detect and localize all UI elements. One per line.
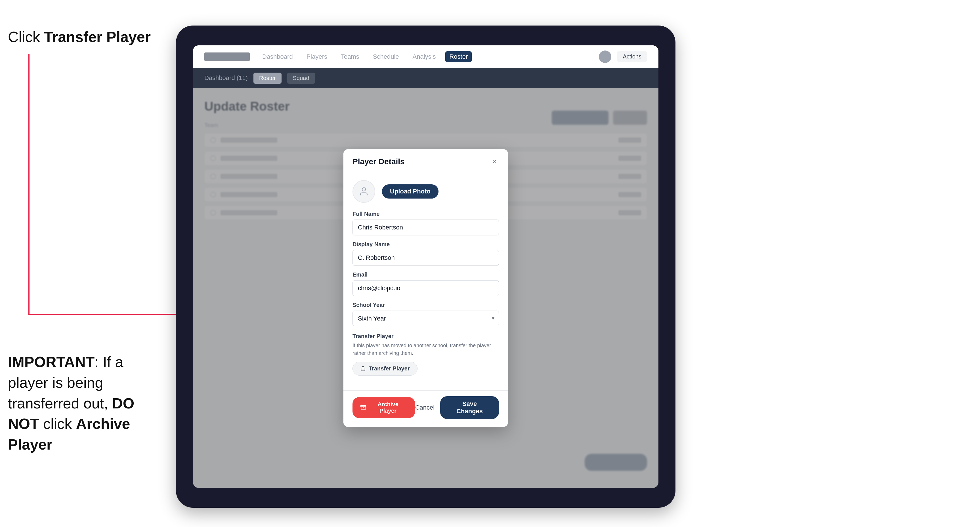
tablet-device: Dashboard Players Teams Schedule Analysi…	[176, 25, 676, 508]
svg-rect-2	[361, 405, 366, 406]
archive-player-button[interactable]: Archive Player	[353, 397, 415, 418]
full-name-group: Full Name	[353, 211, 499, 235]
instruction-top-bold: Transfer Player	[44, 29, 151, 45]
save-changes-button[interactable]: Save Changes	[440, 396, 499, 419]
instruction-rest2: click	[39, 416, 76, 432]
modal-footer: Archive Player Cancel Save Changes	[344, 390, 508, 427]
full-name-input[interactable]	[353, 219, 499, 235]
upload-photo-button[interactable]: Upload Photo	[382, 184, 439, 198]
footer-right: Cancel Save Changes	[415, 396, 499, 419]
modal-close-button[interactable]: ×	[490, 157, 499, 166]
email-group: Email	[353, 271, 499, 296]
tablet-screen: Dashboard Players Teams Schedule Analysi…	[193, 45, 659, 488]
content-area: Update Roster Team	[193, 88, 659, 488]
user-avatar	[599, 51, 611, 63]
user-avatar-icon	[359, 186, 369, 197]
school-year-group: School Year First Year Second Year Third…	[353, 302, 499, 326]
school-year-label: School Year	[353, 302, 499, 308]
archive-icon	[360, 405, 366, 410]
avatar-upload-row: Upload Photo	[353, 180, 499, 203]
full-name-label: Full Name	[353, 211, 499, 217]
email-input[interactable]	[353, 280, 499, 296]
tab-roster[interactable]: Roster	[253, 73, 282, 84]
instruction-important: IMPORTANT	[8, 354, 94, 370]
sub-header: Dashboard (11) Roster Squad	[193, 68, 659, 88]
instruction-bottom: IMPORTANT: If a player is being transfer…	[8, 352, 167, 455]
player-details-modal: Player Details ×	[344, 149, 508, 427]
transfer-player-button[interactable]: Transfer Player	[353, 362, 417, 376]
cancel-button[interactable]: Cancel	[415, 404, 434, 411]
tab-squad[interactable]: Squad	[287, 73, 315, 84]
school-year-select[interactable]: First Year Second Year Third Year Fourth…	[353, 311, 499, 326]
nav-item-dashboard[interactable]: Dashboard	[258, 51, 297, 62]
instruction-top-text: Click	[8, 29, 44, 45]
app-header: Dashboard Players Teams Schedule Analysi…	[193, 45, 659, 68]
nav-item-schedule[interactable]: Schedule	[369, 51, 403, 62]
nav-item-roster[interactable]: Roster	[445, 51, 472, 62]
header-action-button[interactable]: Actions	[617, 51, 647, 62]
transfer-section-title: Transfer Player	[353, 333, 499, 340]
transfer-description: If this player has moved to another scho…	[353, 342, 499, 357]
modal-header: Player Details ×	[344, 149, 508, 172]
breadcrumb: Dashboard (11)	[204, 74, 248, 82]
avatar-circle	[353, 180, 375, 203]
email-label: Email	[353, 271, 499, 278]
header-nav: Dashboard Players Teams Schedule Analysi…	[258, 51, 590, 62]
school-year-select-wrapper: First Year Second Year Third Year Fourth…	[353, 311, 499, 326]
nav-item-analysis[interactable]: Analysis	[409, 51, 440, 62]
nav-item-players[interactable]: Players	[302, 51, 331, 62]
header-right: Actions	[599, 51, 647, 63]
instruction-top: Click Transfer Player	[8, 29, 151, 45]
app-logo	[204, 52, 250, 61]
svg-point-0	[362, 187, 366, 191]
nav-item-teams[interactable]: Teams	[337, 51, 363, 62]
display-name-label: Display Name	[353, 241, 499, 248]
annotation-line-vertical	[29, 54, 30, 315]
transfer-icon	[360, 366, 366, 371]
modal-body: Upload Photo Full Name Display Name	[344, 172, 508, 390]
display-name-input[interactable]	[353, 250, 499, 266]
transfer-player-section: Transfer Player If this player has moved…	[353, 333, 499, 376]
modal-title: Player Details	[353, 157, 405, 166]
modal-overlay: Player Details ×	[193, 88, 659, 488]
display-name-group: Display Name	[353, 241, 499, 266]
